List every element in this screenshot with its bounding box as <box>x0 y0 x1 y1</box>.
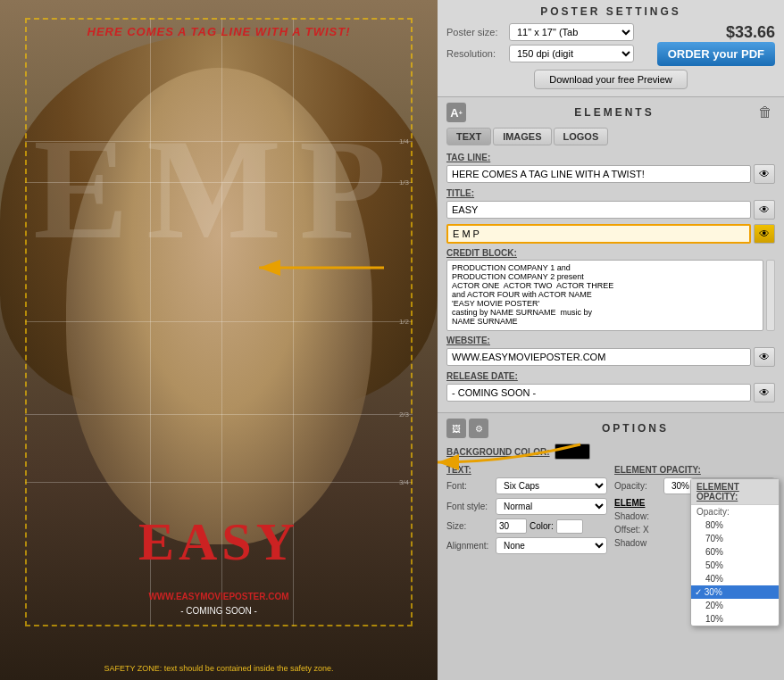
tagline-label: TAG LINE: <box>446 153 775 162</box>
release-date-input[interactable] <box>446 384 751 402</box>
size-input[interactable] <box>496 518 527 534</box>
options-section: 🖼 ⚙ OPTIONS BACKGROUND COLOR: TEXT: Font… <box>438 413 784 680</box>
elements-section: A+ ELEMENTS 🗑 TEXT IMAGES LOGOS TAG LINE… <box>438 97 784 413</box>
fraction-quarter: 1/4 <box>399 137 409 145</box>
tagline-row: 👁 <box>446 164 775 184</box>
title-input[interactable] <box>446 201 751 219</box>
subtitle-input[interactable] <box>446 224 751 244</box>
poster-size-select[interactable]: 11" x 17" (Tab <box>509 23 634 41</box>
element-tabs: TEXT IMAGES LOGOS <box>446 128 775 145</box>
options-header: 🖼 ⚙ OPTIONS <box>446 419 775 438</box>
credit-block-textarea[interactable]: PRODUCTION COMPANY 1 and PRODUCTION COMP… <box>446 260 763 331</box>
options-icon-2: ⚙ <box>469 419 488 438</box>
poster-settings-section: POSTER SETTINGS Poster size: 11" x 17" (… <box>438 0 784 97</box>
order-pdf-button[interactable]: ORDER your PDF <box>657 42 775 66</box>
options-icons: 🖼 ⚙ <box>446 419 488 438</box>
opacity-item-20[interactable]: 20% <box>691 599 779 612</box>
right-panel: POSTER SETTINGS Poster size: 11" x 17" (… <box>438 0 784 680</box>
shadow-bottom-label: Shadow <box>614 538 663 548</box>
title-visibility-toggle[interactable]: 👁 <box>754 200 775 220</box>
fraction-two-thirds: 2/3 <box>399 410 409 419</box>
poster-safety-text: SAFETY ZONE: text should be contained in… <box>0 664 438 673</box>
poster-tagline: HERE COMES A TAG LINE WITH A TWIST! <box>45 25 393 38</box>
opacity-item-60[interactable]: 60% <box>691 545 779 559</box>
website-input[interactable] <box>446 348 751 366</box>
price-display: $33.66 <box>726 23 775 42</box>
opacity-item-40[interactable]: 40% <box>691 572 779 585</box>
opacity-label: Opacity: <box>614 481 663 491</box>
fraction-third: 1/3 <box>399 178 409 187</box>
element-sub-label: ELEME <box>614 498 645 508</box>
tab-text[interactable]: TEXT <box>446 128 491 145</box>
offset-label: Offset: X <box>614 525 663 535</box>
credit-block-area: PRODUCTION COMPANY 1 and PRODUCTION COMP… <box>446 260 775 331</box>
poster-website: WWW.EASYMOVIEPOSTER.COM <box>0 592 438 601</box>
options-title: OPTIONS <box>496 422 775 435</box>
alignment-label: Alignment: <box>446 541 496 551</box>
opacity-item-80[interactable]: 80% <box>691 518 779 532</box>
poster-settings-title: POSTER SETTINGS <box>446 5 775 18</box>
resolution-label: Resolution: <box>446 48 509 59</box>
opacity-dropdown-menu: ELEMENT OPACITY: Opacity: 80% 70% 60% 50… <box>690 478 780 626</box>
subtitle-row: 👁 <box>446 224 775 244</box>
element-opacity-label: ELEMENT OPACITY: <box>614 465 775 475</box>
title-label: TITLE: <box>446 188 775 198</box>
bg-color-label: BACKGROUND COLOR: <box>446 447 550 457</box>
font-style-label: Font style: <box>446 502 496 511</box>
font-row: Font: Six Caps <box>446 477 607 494</box>
bg-color-swatch[interactable] <box>555 444 590 460</box>
elements-title: ELEMENTS <box>473 106 755 119</box>
annotation-arrow <box>250 245 393 290</box>
text-color-swatch[interactable] <box>556 519 583 534</box>
release-date-label: RELEASE DATE: <box>446 371 775 381</box>
title-row: 👁 <box>446 200 775 220</box>
tagline-input[interactable] <box>446 165 751 183</box>
website-visibility-toggle[interactable]: 👁 <box>754 347 775 367</box>
fraction-three-quarters: 3/4 <box>399 478 409 486</box>
opacity-sub-label: Opacity: <box>691 505 779 518</box>
website-row: 👁 <box>446 347 775 367</box>
tagline-visibility-toggle[interactable]: 👁 <box>754 164 775 184</box>
subtitle-visibility-toggle[interactable]: 👁 <box>754 224 775 244</box>
opacity-item-70[interactable]: 70% <box>691 532 779 545</box>
font-select[interactable]: Six Caps <box>496 477 607 494</box>
options-icon-1: 🖼 <box>446 419 466 438</box>
credit-block-label: CREDIT BLOCK: <box>446 248 775 258</box>
font-label: Font: <box>446 481 496 491</box>
alignment-row: Alignment: None <box>446 537 607 554</box>
fraction-half: 1/2 <box>399 318 409 326</box>
poster-size-label: Poster size: <box>446 27 509 37</box>
font-style-select[interactable]: Normal <box>496 498 607 515</box>
element-options-col: ELEMENT OPACITY: Opacity: 30% ELEME Shad… <box>614 465 775 558</box>
font-style-row: Font style: Normal <box>446 498 607 515</box>
color-label: Color: <box>530 521 554 531</box>
bg-color-row: BACKGROUND COLOR: <box>446 444 775 460</box>
resolution-select[interactable]: 150 dpi (digit <box>509 45 634 62</box>
alignment-select[interactable]: None <box>496 537 607 554</box>
credit-block-scrollbar[interactable] <box>766 260 775 331</box>
website-label: WEBSITE: <box>446 336 775 345</box>
opacity-item-30[interactable]: 30% <box>691 585 779 599</box>
poster-panel: EMP HERE COMES A TAG LINE WITH A TWIST! … <box>0 0 438 680</box>
shadow-label: Shadow: <box>614 511 663 521</box>
tab-logos[interactable]: LOGOS <box>554 128 609 145</box>
elements-icon: A+ <box>446 103 466 122</box>
release-date-row: 👁 <box>446 383 775 402</box>
text-options-col: TEXT: Font: Six Caps Font style: Normal … <box>446 465 607 558</box>
poster-coming-soon: - COMING SOON - <box>0 606 438 616</box>
options-two-col: TEXT: Font: Six Caps Font style: Normal … <box>446 465 775 558</box>
opacity-item-10[interactable]: 10% <box>691 612 779 626</box>
download-preview-button[interactable]: Download your free Preview <box>534 70 688 89</box>
delete-element-button[interactable]: 🗑 <box>755 103 775 122</box>
text-options-label: TEXT: <box>446 465 607 475</box>
poster-title: EASY <box>0 511 438 573</box>
elements-header: A+ ELEMENTS 🗑 <box>446 103 775 122</box>
opacity-dropdown-title: ELEMENT OPACITY: <box>691 479 779 505</box>
release-date-visibility-toggle[interactable]: 👁 <box>754 383 775 402</box>
size-label: Size: <box>446 521 496 531</box>
opacity-item-50[interactable]: 50% <box>691 559 779 572</box>
tab-images[interactable]: IMAGES <box>493 128 551 145</box>
size-color-row: Size: Color: <box>446 518 607 534</box>
